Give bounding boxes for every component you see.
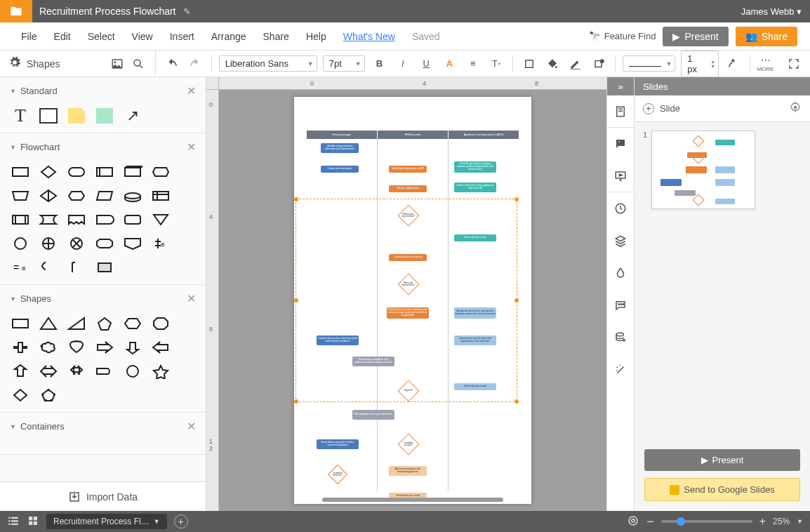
slide-thumbnail[interactable]: 1: [643, 131, 802, 209]
shape-text[interactable]: T: [10, 107, 31, 124]
close-icon[interactable]: ✕: [187, 140, 196, 154]
flowchart-node[interactable]: Send rejection email: [454, 383, 496, 390]
shape-style-icon[interactable]: [590, 55, 608, 73]
collapse-panel-button[interactable]: »: [607, 77, 634, 95]
shape-note[interactable]: [66, 107, 87, 124]
flowchart-shape[interactable]: [122, 164, 143, 180]
section-containers[interactable]: ▼ Containers ✕: [0, 413, 206, 440]
menu-view[interactable]: View: [124, 31, 161, 42]
flowchart-shape[interactable]: ≡: [150, 235, 171, 252]
basic-shape[interactable]: [66, 339, 87, 356]
flowchart-shape[interactable]: [66, 164, 87, 180]
basic-shape[interactable]: [10, 339, 31, 356]
fullscreen-icon[interactable]: [785, 55, 803, 73]
basic-shape[interactable]: [10, 387, 31, 404]
page[interactable]: Hiring manager HR/Recruiter Applicant tr…: [294, 97, 531, 504]
close-icon[interactable]: ✕: [187, 420, 196, 433]
flowchart-shape[interactable]: [10, 187, 31, 204]
flowchart-node[interactable]: Send follow-up email to define current c…: [317, 439, 359, 449]
line-width-select[interactable]: 1 px▲▼: [681, 51, 719, 77]
swimlane-header[interactable]: Applicant tracking system (ATS): [449, 131, 519, 139]
shape-block[interactable]: [94, 107, 115, 124]
text-color-button[interactable]: A: [441, 55, 458, 73]
flowchart-node[interactable]: Send rejection email: [454, 234, 496, 241]
border-color-icon[interactable]: [567, 55, 585, 73]
gear-icon[interactable]: [8, 56, 21, 71]
document-title[interactable]: Recruitment Process Flowchart: [32, 6, 183, 17]
shape-rect[interactable]: [38, 107, 59, 124]
dock-chat-icon[interactable]: [606, 289, 635, 321]
flowchart-node[interactable]: Conduct phone screening: [389, 254, 427, 261]
search-icon[interactable]: [130, 55, 147, 72]
import-data-button[interactable]: Import Data: [0, 481, 206, 511]
basic-shape[interactable]: [94, 339, 115, 356]
flowchart-shape[interactable]: [38, 187, 59, 204]
font-select[interactable]: Liberation Sans▼: [219, 55, 317, 72]
send-google-slides-button[interactable]: Send to Google Slides: [644, 478, 800, 501]
more-button[interactable]: ⋯MORE: [757, 55, 774, 72]
dock-drop-icon[interactable]: [606, 257, 635, 289]
dock-history-icon[interactable]: [606, 192, 635, 225]
font-size-select[interactable]: 7pt▼: [323, 55, 365, 72]
redo-button[interactable]: [186, 55, 204, 73]
zoom-slider[interactable]: [661, 520, 752, 523]
flowchart-shape[interactable]: =≡: [10, 259, 31, 276]
present-button[interactable]: ▶ Present: [663, 27, 728, 46]
flowchart-node[interactable]: Review applications: [389, 185, 427, 192]
list-view-icon[interactable]: [7, 514, 20, 529]
bold-button[interactable]: B: [371, 55, 388, 73]
basic-shape[interactable]: [10, 315, 31, 332]
dock-layers-icon[interactable]: [606, 225, 635, 257]
line-style-select[interactable]: ▼: [623, 55, 675, 72]
basic-shape[interactable]: [150, 339, 171, 356]
app-logo[interactable]: [0, 0, 32, 22]
flowchart-shape[interactable]: [10, 164, 31, 180]
flowchart-shape[interactable]: [122, 235, 143, 252]
menu-share[interactable]: Share: [255, 31, 298, 42]
swimlane-header[interactable]: Hiring manager: [307, 131, 378, 139]
flowchart-node[interactable]: Review top candidates and determine who …: [352, 357, 394, 366]
image-icon[interactable]: [109, 55, 126, 72]
flowchart-shape[interactable]: [38, 164, 59, 180]
basic-shape[interactable]: [38, 339, 59, 356]
basic-shape[interactable]: [150, 315, 171, 332]
flowchart-shape[interactable]: [122, 187, 143, 204]
menu-select[interactable]: Select: [79, 31, 124, 42]
basic-shape[interactable]: [150, 363, 171, 380]
dock-page-icon[interactable]: [606, 95, 635, 128]
basic-shape[interactable]: [38, 387, 59, 404]
slides-present-button[interactable]: ▶ Present: [644, 449, 800, 471]
flowchart-node[interactable]: Interviewers record notes and impression…: [454, 335, 496, 345]
undo-button[interactable]: [163, 55, 180, 73]
flowchart-shape[interactable]: [66, 211, 87, 228]
flowchart-shape[interactable]: [94, 211, 115, 228]
grid-view-icon[interactable]: [27, 514, 39, 529]
basic-shape[interactable]: [38, 315, 59, 332]
close-icon[interactable]: ✕: [187, 84, 196, 98]
zoom-level[interactable]: 25%: [773, 517, 790, 526]
edit-title-icon[interactable]: ✎: [183, 6, 191, 17]
flowchart-node[interactable]: Create job description: [321, 166, 359, 173]
dock-comment-icon[interactable]: ”: [606, 128, 635, 160]
flowchart-shape[interactable]: [122, 211, 143, 228]
menu-whats-new[interactable]: What's New: [335, 31, 404, 42]
flowchart-node[interactable]: Upload job description to ATS: [389, 166, 427, 173]
crop-icon[interactable]: [520, 55, 538, 73]
section-standard[interactable]: ▼ Standard ✕: [0, 77, 206, 105]
basic-shape[interactable]: [94, 315, 115, 332]
flowchart-node[interactable]: Post job opening to company website, pre…: [454, 161, 496, 173]
italic-button[interactable]: I: [394, 55, 411, 73]
flowchart-node[interactable]: Conduct face-to-face interview (with sel…: [317, 335, 359, 345]
flowchart-shape[interactable]: [150, 187, 171, 204]
canvas[interactable]: 0 4 8 0 4 8 1 2 Hiring manager HR/Recrui…: [206, 77, 606, 511]
basic-shape[interactable]: [122, 363, 143, 380]
flowchart-shape[interactable]: [94, 164, 115, 180]
section-shapes[interactable]: ▼ Shapes ✕: [0, 285, 206, 312]
add-slide-label[interactable]: Slide: [660, 103, 680, 114]
line-arrow-icon[interactable]: [724, 55, 742, 73]
basic-shape[interactable]: [66, 363, 87, 380]
flowchart-shape[interactable]: [94, 235, 115, 252]
flowchart-node[interactable]: HR negotiate and sends offer letter: [352, 410, 394, 420]
flowchart-shape[interactable]: [66, 259, 87, 276]
flowchart-shape[interactable]: [94, 259, 115, 276]
